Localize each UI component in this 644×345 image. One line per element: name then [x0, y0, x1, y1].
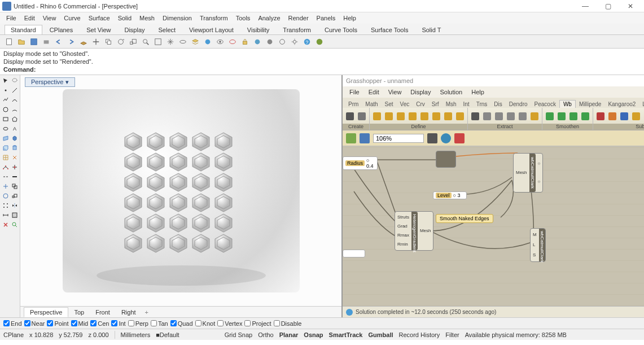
scale-icon[interactable] — [128, 36, 139, 47]
points-on-icon[interactable] — [1, 163, 10, 172]
perspective-viewport[interactable] — [20, 75, 341, 306]
gh-save-icon[interactable] — [360, 133, 370, 143]
rotate-icon[interactable] — [115, 36, 126, 47]
gh-canvas[interactable]: Radius○ 0.4 Level○ 3 Smooth Naked Edges … — [343, 146, 644, 306]
redo-icon[interactable] — [65, 36, 77, 47]
tab-solid-tools[interactable]: Solid T — [415, 25, 447, 34]
tab-standard[interactable]: Standard — [5, 25, 42, 34]
copy-icon[interactable] — [103, 36, 114, 47]
gh-component-icon[interactable] — [407, 111, 418, 122]
gh-component-icon[interactable] — [630, 111, 642, 122]
menu-analyze[interactable]: Analyze — [254, 14, 284, 23]
status-ortho[interactable]: Ortho — [258, 331, 274, 338]
tab-surface-tools[interactable]: Surface Tools — [365, 25, 414, 34]
mirror-icon[interactable] — [10, 201, 19, 210]
gh-component-icon[interactable] — [470, 111, 481, 122]
gh-node-heterogen-gradient[interactable]: StrutsGradRmaxRmin HeterogenGradient Mes… — [395, 211, 433, 251]
status-smarttrack[interactable]: SmartTrack — [329, 331, 363, 338]
menu-surface[interactable]: Surface — [85, 14, 114, 23]
zoom-extents-icon[interactable] — [152, 36, 164, 47]
shade-icon[interactable] — [264, 36, 275, 47]
osnap-project[interactable]: Project — [244, 320, 271, 327]
menu-curve[interactable]: Curve — [60, 14, 84, 23]
curve-icon[interactable] — [10, 95, 19, 104]
gh-component-icon[interactable] — [481, 111, 493, 122]
pan-icon[interactable] — [165, 36, 176, 47]
gh-component-icon[interactable] — [529, 111, 540, 122]
gh-tab-srf[interactable]: Srf — [428, 101, 443, 108]
osnap-vertex[interactable]: Vertex — [217, 320, 242, 327]
gh-panel-smooth-naked[interactable]: Smooth Naked Edges — [436, 214, 493, 223]
gh-tab-wb[interactable]: Wb — [559, 100, 576, 108]
menu-transform[interactable]: Transform — [196, 14, 232, 23]
gh-component-icon[interactable] — [383, 111, 395, 122]
osnap-quad[interactable]: Quad — [170, 320, 193, 327]
gh-tab-millipede[interactable]: Millipede — [576, 101, 604, 108]
gh-component-icon[interactable] — [580, 111, 591, 122]
explode-icon[interactable] — [10, 153, 19, 162]
tab-viewport-layout[interactable]: Viewport Layout — [183, 25, 240, 34]
gh-component-icon[interactable] — [568, 111, 579, 122]
gh-tab-lunchbox[interactable]: LunchBox — [639, 101, 644, 108]
open-icon[interactable] — [16, 36, 27, 47]
surface-icon[interactable] — [1, 134, 10, 143]
menu-dimension[interactable]: Dimension — [159, 14, 196, 23]
layers-icon[interactable] — [190, 36, 201, 47]
gh-zoom-extents-icon[interactable] — [427, 133, 437, 143]
osnap-int[interactable]: Int — [111, 320, 125, 327]
gh-node-catmullclark-2[interactable]: MLS wbCatmullClark — [530, 228, 546, 262]
gh-component-icon[interactable] — [356, 111, 367, 122]
status-gumball[interactable]: Gumball — [369, 331, 393, 338]
cylinder-icon[interactable] — [10, 143, 19, 152]
tab-setview[interactable]: Set View — [80, 25, 117, 34]
maximize-button[interactable]: ▢ — [597, 1, 619, 12]
gh-menu-help[interactable]: Help — [467, 88, 489, 97]
rectangle-icon[interactable] — [1, 115, 10, 124]
command-input[interactable] — [38, 66, 264, 73]
vp-tab-right[interactable]: Right — [116, 308, 142, 317]
split-icon[interactable] — [1, 172, 10, 181]
gh-menu-edit[interactable]: Edit — [364, 88, 384, 97]
gh-component-icon[interactable] — [431, 111, 442, 122]
status-gridsnap[interactable]: Grid Snap — [225, 331, 253, 338]
join-icon[interactable] — [10, 172, 19, 181]
point-icon[interactable] — [1, 86, 10, 95]
minimize-button[interactable]: — — [574, 1, 597, 12]
osnap-cen[interactable]: Cen — [90, 320, 109, 327]
osnap-point[interactable]: Point — [47, 320, 68, 327]
gh-sketch-icon[interactable] — [454, 133, 465, 143]
cplane-icon[interactable] — [78, 36, 89, 47]
gh-component-icon[interactable] — [544, 111, 555, 122]
render-icon[interactable] — [252, 36, 263, 47]
gh-tab-kangaroo2[interactable]: Kangaroo2 — [604, 101, 639, 108]
gh-component-icon[interactable] — [517, 111, 528, 122]
lasso-icon[interactable] — [10, 76, 19, 85]
vp-tab-add[interactable]: + — [142, 308, 152, 317]
gh-menu-display[interactable]: Display — [406, 88, 435, 97]
gh-open-icon[interactable] — [346, 133, 356, 143]
status-filter[interactable]: Filter — [445, 331, 459, 338]
vp-tab-perspective[interactable]: Perspective — [24, 307, 68, 317]
move-tool-icon[interactable] — [1, 182, 10, 191]
gh-tab-set[interactable]: Set — [382, 101, 397, 108]
new-icon[interactable] — [3, 36, 15, 47]
save-icon[interactable] — [28, 36, 40, 47]
analyze-icon[interactable] — [10, 220, 19, 229]
menu-solid[interactable]: Solid — [114, 14, 135, 23]
move-icon[interactable] — [90, 36, 102, 47]
gh-small-node[interactable] — [343, 250, 365, 257]
tab-cplanes[interactable]: CPlanes — [43, 25, 80, 34]
dimension-icon[interactable] — [1, 211, 10, 220]
gh-component-icon[interactable] — [454, 111, 466, 122]
gh-node-param[interactable] — [436, 151, 456, 168]
gh-component-icon[interactable] — [344, 111, 356, 122]
text-icon[interactable]: A — [10, 124, 19, 133]
menu-panels[interactable]: Panels — [313, 14, 340, 23]
copy-tool-icon[interactable] — [10, 182, 19, 191]
mesh-icon[interactable] — [1, 153, 10, 162]
gh-zoom-input[interactable] — [373, 134, 424, 143]
menu-edit[interactable]: Edit — [20, 14, 39, 23]
gh-component-icon[interactable] — [493, 111, 505, 122]
grasshopper-icon[interactable] — [314, 36, 325, 47]
pointer-icon[interactable] — [1, 76, 10, 85]
